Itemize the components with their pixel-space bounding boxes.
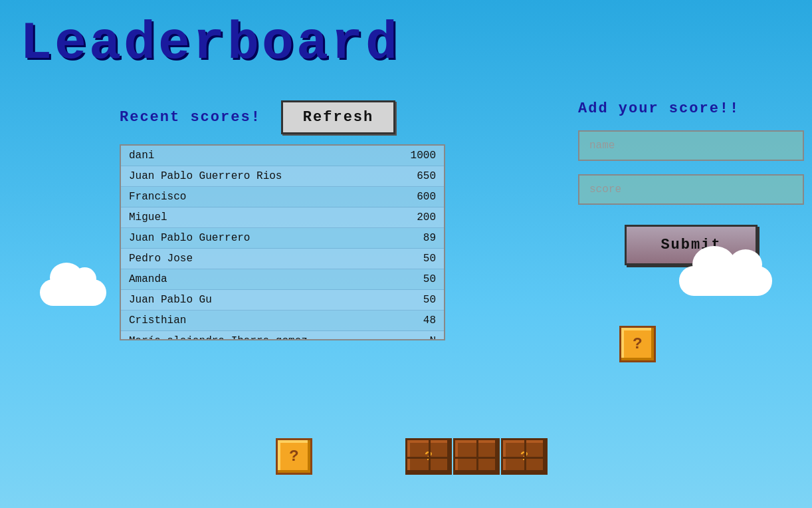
score-name: Francisco (129, 191, 396, 203)
scores-list: dani1000Juan Pablo Guerrero Rios650Franc… (120, 144, 445, 340)
cloud-left (40, 279, 106, 306)
question-block-right-middle: ? (619, 326, 656, 362)
score-name: Pedro Jose (129, 253, 396, 265)
cloud-right (679, 266, 772, 296)
score-name: Juan Pablo Gu (129, 294, 396, 306)
score-name: Cristhian (129, 315, 396, 326)
table-row: Juan Pablo Guerrero89 (121, 228, 444, 249)
left-section: Recent scores! Refresh dani1000Juan Pabl… (120, 100, 445, 340)
score-value: 600 (396, 191, 436, 203)
brick-block-1: ? (405, 438, 452, 475)
score-name: Miguel (129, 211, 396, 223)
name-input[interactable] (578, 130, 804, 161)
score-value: 50 (396, 253, 436, 265)
refresh-button[interactable]: Refresh (281, 100, 395, 134)
score-name: Juan Pablo Guerrero Rios (129, 170, 396, 182)
score-value: 1000 (396, 150, 436, 162)
question-block-bottom-left: ? (276, 438, 312, 475)
brick-block-3: ? (501, 438, 548, 475)
table-row: Amanda50 (121, 269, 444, 290)
table-row: dani1000 (121, 146, 444, 166)
left-header: Recent scores! Refresh (120, 100, 445, 134)
recent-scores-label: Recent scores! (120, 109, 261, 126)
table-row: Francisco600 (121, 187, 444, 207)
page-title: Leaderboard (0, 0, 812, 87)
table-row: María alejandra Ibarra gomezN (121, 331, 444, 340)
score-value: 50 (396, 294, 436, 306)
score-value: N (396, 335, 436, 340)
brick-group: ? ? (405, 438, 548, 475)
score-name: dani (129, 150, 396, 162)
main-content: Recent scores! Refresh dani1000Juan Pabl… (0, 100, 812, 340)
table-row: Cristhian48 (121, 311, 444, 331)
table-row: Pedro Jose50 (121, 249, 444, 269)
table-row: Miguel200 (121, 207, 444, 228)
table-row: Juan Pablo Guerrero Rios650 (121, 166, 444, 187)
brick-block-2 (453, 438, 500, 475)
score-name: María alejandra Ibarra gomez (129, 335, 396, 340)
add-score-label: Add your score!! (578, 100, 804, 117)
score-value: 48 (396, 315, 436, 326)
score-name: Juan Pablo Guerrero (129, 232, 396, 244)
score-value: 50 (396, 273, 436, 285)
table-row: Juan Pablo Gu50 (121, 290, 444, 311)
score-name: Amanda (129, 273, 396, 285)
score-value: 89 (396, 232, 436, 244)
score-value: 650 (396, 170, 436, 182)
right-section: Add your score!! Submit (578, 100, 804, 340)
score-value: 200 (396, 211, 436, 223)
score-input[interactable] (578, 174, 804, 205)
